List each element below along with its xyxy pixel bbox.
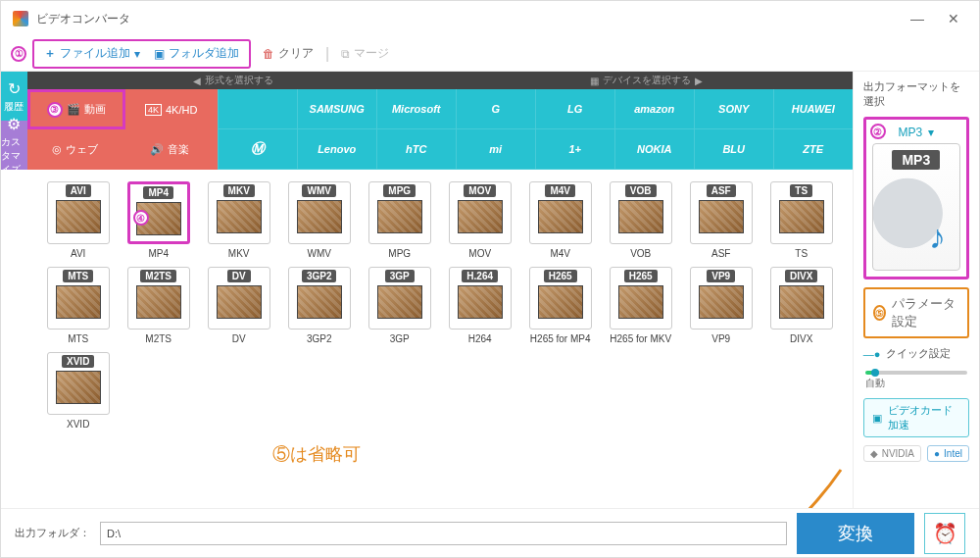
brand-cell[interactable]: NOKIA — [614, 129, 694, 170]
category-audio[interactable]: 🔊 音楽 — [122, 129, 218, 170]
app-logo-icon — [13, 11, 28, 26]
brand-cell[interactable]: amazon — [614, 89, 694, 129]
brand-cell[interactable]: BLU — [694, 129, 773, 170]
format-tag: XVID — [62, 355, 94, 368]
gpu-accel-toggle[interactable]: ▣ ビデオカード加速 — [863, 398, 969, 437]
brand-cell[interactable]: LG — [535, 89, 614, 129]
brand-cell[interactable]: SONY — [694, 89, 773, 129]
format-item-wmv[interactable]: WMVWMV — [282, 181, 357, 259]
format-item-h264[interactable]: H.264H264 — [443, 267, 517, 344]
brand-cell[interactable]: SAMSUNG — [297, 89, 376, 129]
output-format-thumb: MP3 — [872, 143, 960, 271]
format-thumb: DIVX — [770, 267, 833, 330]
tab-format[interactable]: ◀ 形式を選択する — [27, 72, 440, 89]
format-label: VOB — [630, 248, 651, 259]
format-item-3gp2[interactable]: 3GP23GP2 — [282, 267, 357, 344]
format-thumb: ASF — [690, 181, 753, 244]
quick-label: クイック設定 — [886, 346, 951, 361]
format-tag: MTS — [63, 270, 93, 282]
format-item-mkv[interactable]: MKVMKV — [202, 181, 276, 259]
format-thumb: H265 — [610, 267, 672, 330]
brand-cell[interactable]: Lenovo — [297, 129, 376, 170]
trash-icon: 🗑 — [263, 47, 274, 61]
format-label: VP9 — [711, 333, 730, 344]
format-item-h265-for-mp4[interactable]: H265H265 for MP4 — [523, 267, 598, 344]
format-tag: 3GP — [385, 270, 415, 282]
brand-cell[interactable]: ZTE — [773, 129, 853, 170]
format-item-3gp[interactable]: 3GP3GP — [363, 267, 437, 344]
clear-button[interactable]: 🗑 クリア — [257, 43, 319, 64]
format-label: 3GP2 — [307, 333, 332, 344]
right-panel: 出力フォーマットを選択 ② MP3 ▾ MP3 ⑤ パラメータ設定 —● クイッ… — [853, 72, 979, 508]
format-item-divx[interactable]: DIVXDIVX — [764, 267, 839, 344]
format-item-vp9[interactable]: VP9VP9 — [684, 267, 759, 344]
format-thumb: MOV — [449, 181, 512, 244]
format-item-m2ts[interactable]: M2TSM2TS — [122, 267, 196, 344]
tab-device[interactable]: ▦ デバイスを選択する ▶ — [440, 72, 853, 89]
nvidia-label: NVIDIA — [882, 448, 914, 459]
format-label: H265 for MKV — [610, 333, 671, 344]
brand-cell[interactable]: hTC — [376, 129, 456, 170]
category-audio-label: 音楽 — [168, 142, 189, 157]
format-thumb: MPG — [368, 181, 431, 244]
format-item-mpg[interactable]: MPGMPG — [363, 181, 437, 259]
category-4k[interactable]: 4K 4K/HD — [125, 89, 218, 129]
customize-button[interactable]: ⚙ カスタマイズ — [1, 121, 27, 170]
quick-setting-row: —● クイック設定 — [863, 346, 969, 361]
format-thumb: H.264 — [449, 267, 512, 330]
format-item-avi[interactable]: AVIAVI — [41, 181, 116, 259]
output-folder-input[interactable] — [100, 522, 787, 545]
format-preview — [297, 285, 342, 319]
window-title: ビデオコンバータ — [36, 11, 895, 27]
brand-cell[interactable]: Microsoft — [376, 89, 456, 129]
category-video[interactable]: ③ 🎬 動画 — [27, 89, 125, 129]
category-web[interactable]: ◎ ウェブ — [27, 129, 122, 170]
quality-slider[interactable]: 自動 — [863, 369, 969, 390]
brand-cell[interactable] — [218, 89, 297, 129]
format-item-asf[interactable]: ASFASF — [684, 181, 759, 259]
merge-button[interactable]: ⧉ マージ — [335, 43, 395, 64]
close-icon[interactable]: ✕ — [940, 11, 967, 26]
format-item-dv[interactable]: DVDV — [202, 267, 276, 344]
scheduler-button[interactable]: ⏰ — [924, 513, 965, 554]
output-format-card[interactable]: ② MP3 ▾ MP3 — [863, 117, 969, 279]
brand-cell[interactable]: G — [456, 89, 535, 129]
param-label: パラメータ設定 — [892, 295, 959, 330]
clock-icon: ⏰ — [933, 522, 957, 545]
format-label: WMV — [307, 248, 330, 259]
output-format-heading: 出力フォーマットを選択 — [863, 79, 969, 109]
format-tag: VP9 — [707, 270, 735, 282]
film-icon: 🎬 — [67, 103, 80, 116]
brand-grid: SAMSUNGMicrosoftGLGamazonSONYHUAWEIⓂLeno… — [218, 89, 853, 170]
format-label: MKV — [228, 248, 250, 259]
format-item-vob[interactable]: VOBVOB — [604, 181, 678, 259]
format-item-ts[interactable]: TSTS — [764, 181, 839, 259]
format-thumb: VP9 — [690, 267, 753, 330]
format-item-mts[interactable]: MTSMTS — [41, 267, 116, 344]
brand-cell[interactable]: Ⓜ — [218, 129, 297, 170]
format-preview — [458, 200, 503, 233]
format-tag: DV — [227, 270, 251, 282]
format-thumb: MP4④ — [127, 181, 190, 244]
add-file-label: ファイル追加 — [60, 45, 130, 62]
chevron-down-icon[interactable]: ▾ — [928, 126, 934, 139]
format-tag: VOB — [625, 184, 657, 197]
format-item-mp4[interactable]: MP4④MP4 — [122, 181, 196, 259]
brand-cell[interactable]: HUAWEI — [773, 89, 853, 129]
chevron-down-icon[interactable]: ▾ — [134, 47, 140, 61]
format-item-h265-for-mkv[interactable]: H265H265 for MKV — [604, 267, 678, 344]
format-item-m4v[interactable]: M4VM4V — [523, 181, 598, 259]
brand-cell[interactable]: mi — [456, 129, 535, 170]
divider: | — [325, 45, 329, 63]
format-thumb: M4V — [529, 181, 592, 244]
convert-button[interactable]: 変換 — [797, 513, 914, 554]
format-item-mov[interactable]: MOVMOV — [443, 181, 517, 259]
add-folder-button[interactable]: ▣ フォルダ追加 — [150, 43, 243, 64]
add-file-button[interactable]: ＋ ファイル追加 ▾ — [40, 43, 144, 64]
param-settings-button[interactable]: ⑤ パラメータ設定 — [863, 287, 969, 338]
format-item-xvid[interactable]: XVIDXVID — [41, 352, 116, 430]
format-tag: MOV — [464, 184, 496, 197]
brand-cell[interactable]: 1+ — [535, 129, 614, 170]
history-button[interactable]: ↻ 履歴 — [1, 72, 27, 121]
minimize-icon[interactable]: — — [903, 11, 932, 26]
